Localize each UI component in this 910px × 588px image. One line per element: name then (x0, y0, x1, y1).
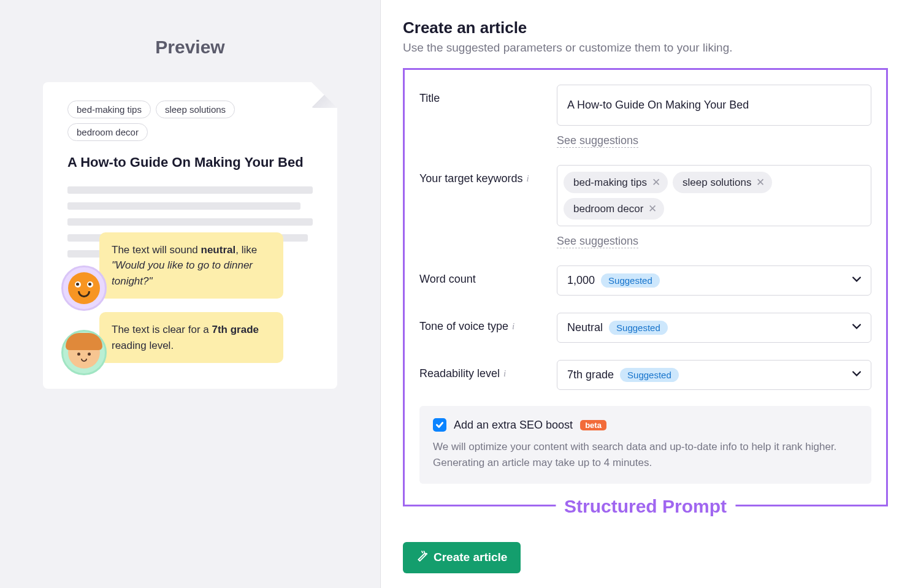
info-icon[interactable]: i (512, 321, 514, 332)
readability-value: 7th grade (567, 368, 614, 381)
chevron-down-icon (852, 368, 861, 381)
structured-prompt-box: Title See suggestions Your target keywor… (403, 68, 888, 506)
keywords-label: Your target keywords i (419, 165, 557, 185)
document-preview-card: bed-making tips sleep solutions bedroom … (43, 82, 337, 389)
skeleton-line (67, 218, 313, 226)
suggested-badge: Suggested (609, 321, 668, 335)
beta-badge: beta (580, 420, 606, 430)
form-subheading: Use the suggested parameters or customiz… (403, 41, 888, 55)
preview-tag: bedroom decor (67, 123, 148, 141)
tone-label: Tone of voice type i (419, 313, 557, 333)
seo-boost-box: Add an extra SEO boost beta We will opti… (419, 406, 871, 484)
remove-chip-icon[interactable]: ✕ (648, 202, 657, 215)
skeleton-line (67, 186, 313, 194)
wordcount-select[interactable]: 1,000 Suggested (557, 265, 871, 296)
readability-bubble-group: The text is clear for a 7th grade readin… (61, 312, 319, 363)
seo-label: Add an extra SEO boost (454, 419, 573, 432)
preview-tag-row: bed-making tips sleep solutions bedroom … (67, 101, 313, 141)
readability-avatar-icon (61, 330, 107, 375)
create-article-button[interactable]: Create article (403, 542, 521, 573)
chip-text: bed-making tips (573, 177, 647, 189)
bubble-text: , like (235, 244, 257, 256)
form-panel: Create an article Use the suggested para… (380, 0, 910, 588)
keyword-chip: bedroom decor ✕ (564, 198, 664, 220)
keywords-label-text: Your target keywords (419, 172, 522, 185)
wordcount-value: 1,000 (567, 274, 595, 287)
suggested-badge: Suggested (601, 273, 660, 288)
create-button-label: Create article (434, 551, 507, 564)
chevron-down-icon (852, 274, 861, 287)
magic-wand-icon (416, 551, 427, 565)
keywords-input[interactable]: bed-making tips ✕ sleep solutions ✕ bedr… (557, 165, 871, 226)
seo-checkbox[interactable] (433, 418, 446, 432)
remove-chip-icon[interactable]: ✕ (756, 176, 765, 189)
tone-value: Neutral (567, 321, 603, 334)
structured-prompt-label: Structured Prompt (556, 496, 735, 517)
info-icon[interactable]: i (526, 174, 529, 184)
tone-select[interactable]: Neutral Suggested (557, 313, 871, 343)
tone-bubble-group: The text will sound neutral, like "Would… (61, 232, 319, 299)
bubble-text: The text will sound (112, 244, 201, 256)
readability-select[interactable]: 7th grade Suggested (557, 360, 871, 390)
suggested-badge: Suggested (620, 368, 679, 382)
keyword-chip: sleep solutions ✕ (673, 172, 772, 193)
info-icon[interactable]: i (503, 368, 506, 379)
chip-text: sleep solutions (682, 177, 751, 189)
tone-avatar-icon (61, 265, 107, 311)
bubble-bold: 7th grade (212, 324, 259, 335)
title-suggestions-link[interactable]: See suggestions (557, 134, 638, 148)
readability-label: Readability level i (419, 360, 557, 380)
preview-tag: sleep solutions (156, 101, 235, 118)
tone-bubble: The text will sound neutral, like "Would… (99, 232, 283, 299)
skeleton-line (67, 202, 300, 210)
chevron-down-icon (852, 321, 861, 334)
readability-bubble: The text is clear for a 7th grade readin… (99, 312, 283, 363)
chip-text: bedroom decor (573, 203, 643, 215)
preview-doc-title: A How-to Guide On Making Your Bed (67, 155, 313, 170)
form-heading: Create an article (403, 18, 888, 37)
bubble-text: The text is clear for a (112, 324, 212, 335)
page-fold-icon (312, 82, 337, 108)
seo-description: We will optimize your content with searc… (433, 439, 858, 472)
bubble-bold: neutral (201, 244, 236, 256)
title-input[interactable] (557, 85, 871, 126)
title-label: Title (419, 85, 557, 105)
wordcount-label: Word count (419, 265, 557, 286)
bubble-quote: "Would you like to go to dinner tonight?… (112, 259, 253, 287)
remove-chip-icon[interactable]: ✕ (652, 176, 660, 189)
readability-label-text: Readability level (419, 367, 500, 380)
preview-panel: Preview bed-making tips sleep solutions … (0, 0, 380, 588)
keywords-suggestions-link[interactable]: See suggestions (557, 235, 638, 248)
preview-heading: Preview (25, 37, 356, 58)
bubble-text: reading level. (112, 340, 174, 351)
keyword-chip: bed-making tips ✕ (564, 172, 668, 193)
preview-tag: bed-making tips (67, 101, 151, 118)
tone-label-text: Tone of voice type (419, 320, 508, 333)
